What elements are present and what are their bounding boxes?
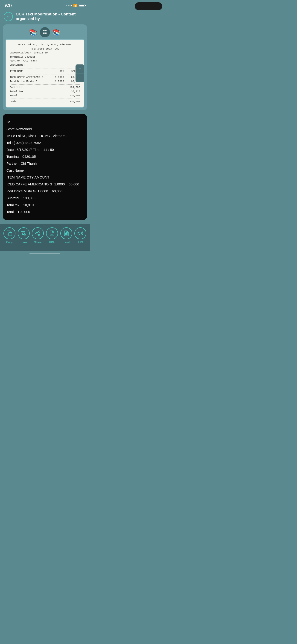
receipt-subtotal: Subtotal 109,090 bbox=[10, 86, 80, 90]
ocr-line-im: IM bbox=[6, 118, 83, 126]
trans-icon-circle bbox=[18, 227, 30, 239]
tts-icon-circle bbox=[74, 227, 86, 239]
status-time: 9:37 bbox=[4, 3, 12, 8]
ocr-line-item2: Iced Dolce Misto G 1.0000 60,000 bbox=[6, 188, 83, 195]
receipt-item-2: Iced Dolce Misto G 1.0000 60,000 bbox=[10, 80, 80, 84]
receipt-text-content: 76 Le Lai St, Dist.1, HCMC, Vietnam. Tel… bbox=[10, 43, 80, 104]
col-name-header: ITEM NAME bbox=[10, 69, 50, 74]
receipt-top-icons: 📚 ☷ 📚 bbox=[6, 27, 84, 37]
receipt-header-row: ITEM NAME QTY AMOUNT bbox=[10, 69, 80, 74]
receipt-image-container: + − 76 Le Lai St, Dist.1, HCMC, Vietnam.… bbox=[6, 39, 84, 108]
col-qty-header: QTY bbox=[50, 69, 64, 74]
trans-button[interactable]: Trans bbox=[16, 227, 31, 244]
excel-button[interactable]: Excel bbox=[59, 227, 74, 244]
header: ← OCR Text Modification - Content organi… bbox=[0, 10, 90, 24]
svg-text:PDF: PDF bbox=[50, 234, 53, 235]
receipt-divider-2 bbox=[10, 74, 80, 74]
share-label: Share bbox=[34, 241, 42, 244]
svg-line-5 bbox=[37, 234, 38, 234]
back-button[interactable]: ← bbox=[4, 12, 13, 21]
svg-line-6 bbox=[37, 232, 38, 233]
ocr-line-custname: Cust.Name : bbox=[6, 167, 83, 174]
page-title: OCR Text Modification - Content organize… bbox=[16, 12, 86, 21]
menu-circle[interactable]: ☷ bbox=[40, 27, 50, 37]
share-button[interactable]: Share bbox=[30, 227, 45, 244]
copy-icon bbox=[6, 230, 12, 236]
receipt-total: Total 120,000 bbox=[10, 94, 80, 98]
receipt-tel: Tel:(028) 3823 7952 bbox=[10, 47, 80, 51]
ocr-line-tel: Tel : ( 028 ) 3823 7952 bbox=[6, 139, 83, 146]
ocr-line-totaltax: Total tax 10,910 bbox=[6, 202, 83, 208]
receipt-custname: Cust.Name: bbox=[10, 63, 80, 67]
signal-icon bbox=[66, 5, 72, 6]
share-icon-circle bbox=[32, 227, 44, 239]
book-right-icon: 📚 bbox=[53, 28, 61, 36]
receipt-date: Date:8/18/2017 Time:11:50 bbox=[10, 51, 80, 55]
ocr-line-subtotal: Subtotal 109,090 bbox=[6, 195, 83, 202]
copy-button[interactable]: Copy bbox=[2, 227, 16, 244]
wifi-icon: 📶 bbox=[73, 4, 77, 7]
share-icon bbox=[35, 230, 41, 236]
receipt-totaltax: Total tax 10,910 bbox=[10, 90, 80, 94]
ocr-line-store: Store-NewWorld bbox=[6, 126, 83, 132]
ocr-line-address: 76 Le Lai St , Dist.1 , HCMC , Vietnam . bbox=[6, 132, 83, 139]
pdf-button[interactable]: PDF PDF bbox=[45, 227, 59, 244]
trans-icon bbox=[21, 230, 27, 236]
receipt-terminal: Terminal: 0420105 bbox=[10, 55, 80, 59]
tts-button[interactable]: TTS bbox=[73, 227, 88, 244]
ocr-line-headers: ITEM NAME QTY AMOUNT bbox=[6, 174, 83, 181]
svg-rect-0 bbox=[9, 232, 12, 236]
svg-marker-11 bbox=[78, 232, 80, 235]
zoom-out-button[interactable]: − bbox=[76, 74, 84, 82]
bottom-toolbar: Copy Trans Share bbox=[0, 224, 90, 251]
book-left-icon: 📚 bbox=[29, 28, 37, 36]
tts-label: TTS bbox=[78, 241, 83, 244]
receipt-divider-4 bbox=[10, 98, 80, 99]
ocr-line-terminal: Terminal : 0420105 bbox=[6, 153, 83, 160]
receipt-divider-3 bbox=[10, 84, 80, 84]
receipt-divider-1 bbox=[10, 68, 80, 68]
home-indicator bbox=[30, 253, 60, 254]
receipt-item-1: ICED CAFFE AMERICANO G 1.0000 60,000 bbox=[10, 75, 80, 80]
ocr-line-total: Total 120,000 bbox=[6, 208, 83, 215]
tts-icon bbox=[77, 230, 83, 236]
zoom-controls: + − bbox=[76, 64, 84, 82]
back-arrow-icon: ← bbox=[6, 14, 10, 19]
ocr-line-date: Date : 8/18/2017 Time : 11 : 50 bbox=[6, 146, 83, 153]
zoom-in-button[interactable]: + bbox=[76, 64, 84, 73]
ocr-line-item1: ICED CAFFE AMERICANO G 1.0000 60,000 bbox=[6, 181, 83, 188]
excel-icon bbox=[63, 230, 69, 236]
pdf-icon: PDF bbox=[49, 230, 55, 236]
receipt-address: 76 Le Lai St, Dist.1, HCMC, Vietnam. bbox=[10, 43, 80, 47]
ocr-line-partner: Partner : Chí Thanh bbox=[6, 160, 83, 167]
status-bar: 9:37 📶 bbox=[0, 0, 90, 10]
pdf-label: PDF bbox=[49, 241, 55, 244]
receipt-partner: Partner: Chi Thanh bbox=[10, 59, 80, 63]
battery-icon bbox=[79, 4, 85, 7]
receipt-card: 📚 ☷ 📚 + − 76 Le Lai St, Dist.1, HCMC, Vi… bbox=[3, 24, 87, 110]
ocr-text-block: IM Store-NewWorld 76 Le Lai St , Dist.1 … bbox=[3, 114, 87, 220]
excel-label: Excel bbox=[63, 241, 70, 244]
status-icons: 📶 bbox=[66, 4, 85, 7]
excel-icon-circle bbox=[60, 227, 72, 239]
copy-label: Copy bbox=[6, 241, 13, 244]
receipt-cash: Cash 220,000 bbox=[10, 100, 80, 104]
copy-icon-circle bbox=[4, 227, 16, 239]
menu-icon: ☷ bbox=[43, 30, 47, 35]
trans-label: Trans bbox=[20, 241, 27, 244]
pdf-icon-circle: PDF bbox=[46, 227, 58, 239]
